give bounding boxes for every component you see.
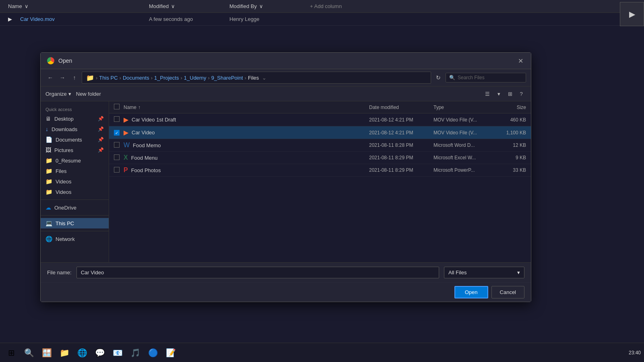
file-date: 2021-08-12 4:21 PM — [369, 130, 433, 136]
file-check[interactable] — [114, 116, 124, 123]
add-column-btn[interactable]: + Add column — [310, 3, 342, 9]
file-size: 1,100 KB — [494, 130, 526, 136]
file-date: 2021-08-11 8:29 PM — [369, 155, 433, 160]
open-button[interactable]: Open — [454, 286, 488, 298]
header-name[interactable]: Name ↑ — [124, 105, 369, 110]
taskbar-vscode[interactable]: 📝 — [163, 345, 179, 361]
taskbar-time: 23:40 — [629, 350, 641, 356]
file-checkbox[interactable] — [114, 154, 120, 160]
folder-icon: 📁 — [86, 74, 94, 82]
cancel-button[interactable]: Cancel — [491, 286, 524, 298]
header-date[interactable]: Date modified — [369, 105, 433, 110]
sidebar-item-downloads[interactable]: ↓ Downloads 📌 — [41, 124, 109, 134]
bg-col-modified[interactable]: Modified ∨ — [149, 3, 229, 9]
sidebar-label-videos2: Videos — [56, 189, 72, 195]
sidebar-item-videos2[interactable]: 📁 Videos — [41, 187, 109, 197]
sort-icon: ∨ — [25, 3, 29, 9]
organize-button[interactable]: Organize ▾ — [45, 91, 71, 97]
file-size: 9 KB — [494, 155, 526, 160]
file-check[interactable] — [114, 154, 124, 161]
sidebar-item-thispc[interactable]: 💻 This PC — [41, 218, 109, 228]
dialog-buttons: Open Cancel — [41, 282, 531, 302]
sidebar-item-desktop[interactable]: 🖥 Desktop 📌 — [41, 113, 109, 124]
sidebar-item-files[interactable]: 📁 Files — [41, 166, 109, 176]
list-view-dropdown[interactable]: ▾ — [494, 89, 504, 99]
filetype-dropdown[interactable]: All Files ▾ — [444, 267, 524, 278]
bg-play-button[interactable]: ▶ — [620, 2, 644, 26]
dialog-close-button[interactable]: ✕ — [516, 57, 524, 65]
taskbar-outlook[interactable]: 📧 — [109, 345, 126, 361]
bg-col-modby[interactable]: Modified By ∨ — [229, 3, 310, 9]
sidebar-item-0resume[interactable]: 📁 0_Resume — [41, 155, 109, 166]
sidebar-item-onedrive[interactable]: ☁ OneDrive — [41, 202, 109, 213]
search-placeholder: Search Files — [458, 75, 485, 80]
refresh-button[interactable]: ↻ — [433, 73, 443, 82]
file-name: Food Memo — [133, 142, 161, 148]
search-icon: 🔍 — [449, 75, 455, 80]
file-checkbox[interactable] — [114, 142, 120, 148]
file-date: 2021-08-11 8:29 PM — [369, 167, 433, 173]
taskbar-fileexplorer[interactable]: 📁 — [56, 345, 72, 361]
documents-icon: 📄 — [45, 136, 52, 143]
dialog-filelist[interactable]: Name ↑ Date modified Type Size — [109, 101, 531, 262]
back-button[interactable]: ← — [45, 73, 55, 82]
breadcrumb-9sharepoint[interactable]: 9_SharePoint — [211, 75, 243, 81]
pin-icon-downloads: 📌 — [98, 126, 104, 132]
file-check[interactable] — [114, 142, 124, 149]
breadcrumb-thispc[interactable]: This PC — [99, 75, 118, 81]
file-check[interactable]: ✓ — [114, 130, 124, 136]
pin-icon-desktop: 📌 — [98, 116, 104, 121]
sidebar-item-documents[interactable]: 📄 Documents 📌 — [41, 134, 109, 145]
bg-col-name[interactable]: Name ∨ — [8, 3, 149, 9]
file-row[interactable]: P Food Photos 2021-08-11 8:29 PM Microso… — [109, 164, 531, 177]
file-row[interactable]: W Food Memo 2021-08-11 8:28 PM Microsoft… — [109, 139, 531, 152]
bg-file-name[interactable]: Car Video.mov — [20, 16, 149, 22]
header-type[interactable]: Type — [433, 105, 494, 110]
sidebar-item-pictures[interactable]: 🖼 Pictures 📌 — [41, 145, 109, 155]
folder-icon-videos1: 📁 — [45, 178, 52, 185]
breadcrumb-files: Files — [248, 75, 259, 81]
file-row[interactable]: X Food Menu 2021-08-11 8:29 PM Microsoft… — [109, 152, 531, 164]
taskbar-taskview[interactable]: 🪟 — [39, 345, 55, 361]
taskbar-search[interactable]: 🔍 — [21, 345, 37, 361]
sidebar-item-network[interactable]: 🌐 Network — [41, 234, 109, 244]
list-view-button[interactable]: ☰ — [483, 89, 492, 99]
dialog-title-area: Open — [47, 57, 72, 64]
taskbar-teams[interactable]: 💬 — [92, 345, 108, 361]
breadcrumb-bar[interactable]: 📁 › This PC › Documents › 1_Projects › 1… — [82, 72, 431, 84]
header-size[interactable]: Size — [494, 105, 526, 110]
taskbar-start[interactable]: ⊞ — [3, 345, 19, 361]
breadcrumb-1udemy[interactable]: 1_Udemy — [184, 75, 206, 81]
folder-icon-resume: 📁 — [45, 157, 52, 164]
grid-view-button[interactable]: ⊞ — [505, 89, 515, 99]
bg-file-row[interactable]: ▶ Car Video.mov A few seconds ago Henry … — [0, 13, 644, 26]
sidebar-label-0resume: 0_Resume — [56, 158, 81, 164]
ppt-icon: P — [124, 167, 128, 174]
sidebar-item-videos1[interactable]: 📁 Videos — [41, 176, 109, 187]
pictures-icon: 🖼 — [45, 147, 51, 153]
new-folder-button[interactable]: New folder — [76, 91, 101, 97]
file-row[interactable]: ✓ ▶ Car Video 2021-08-12 4:21 PM MOV Vid… — [109, 126, 531, 139]
taskbar-groove[interactable]: 🎵 — [127, 345, 143, 361]
thispc-icon: 💻 — [45, 220, 52, 226]
select-all-checkbox[interactable] — [114, 104, 120, 109]
forward-button[interactable]: → — [58, 73, 67, 82]
help-button[interactable]: ? — [516, 89, 526, 99]
file-checkbox[interactable] — [114, 116, 120, 122]
search-box[interactable]: 🔍 Search Files — [446, 73, 526, 82]
taskbar-edge[interactable]: 🌐 — [74, 345, 90, 361]
breadcrumb-documents[interactable]: Documents — [123, 75, 149, 81]
mov-icon: ▶ — [124, 129, 128, 136]
breadcrumb-1projects[interactable]: 1_Projects — [154, 75, 179, 81]
mov-icon: ▶ — [124, 116, 128, 123]
up-button[interactable]: ↑ — [70, 73, 79, 82]
name-label: Name — [124, 105, 136, 110]
file-checkbox[interactable] — [114, 167, 120, 173]
file-row[interactable]: ▶ Car Video 1st Draft 2021-08-12 4:21 PM… — [109, 113, 531, 126]
pin-icon-pictures: 📌 — [98, 147, 104, 153]
file-checkbox[interactable]: ✓ — [114, 130, 120, 136]
pin-icon-documents: 📌 — [98, 137, 104, 142]
filename-input[interactable] — [76, 267, 439, 278]
taskbar-chrome[interactable]: 🔵 — [145, 345, 161, 361]
file-check[interactable] — [114, 167, 124, 174]
